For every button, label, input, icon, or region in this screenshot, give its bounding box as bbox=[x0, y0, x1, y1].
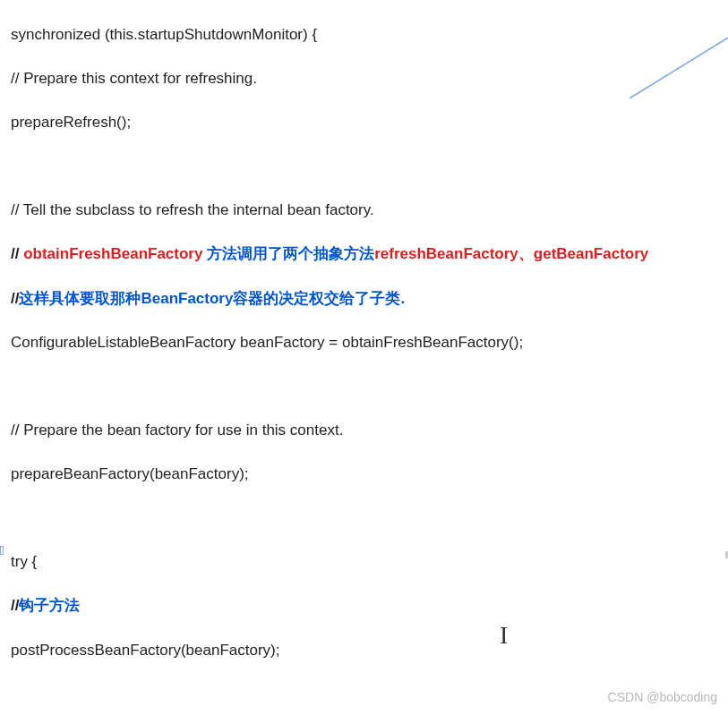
highlight-blue: 方法调用了两个抽象方法 bbox=[207, 245, 374, 262]
code-line: // Tell the subclass to refresh the inte… bbox=[11, 200, 728, 222]
code-line: synchronized (this.startupShutdownMonito… bbox=[11, 24, 728, 47]
code-line: //这样具体要取那种BeanFactory容器的决定权交给了子类. bbox=[11, 288, 728, 311]
code-line: try { bbox=[11, 551, 728, 574]
code-line: //钩子方法 bbox=[11, 595, 728, 617]
blank-line bbox=[11, 507, 728, 529]
code-line: // obtainFreshBeanFactory 方法调用了两个抽象方法ref… bbox=[11, 243, 728, 266]
code-line: prepareRefresh(); bbox=[11, 112, 728, 134]
comment-slash: // bbox=[11, 245, 23, 262]
highlight-blue: 这样具体要取那种BeanFactory容器的决定权交给了子类. bbox=[19, 290, 405, 307]
blank-line bbox=[11, 684, 728, 705]
code-line: // Prepare the bean factory for use in t… bbox=[11, 420, 728, 442]
code-line: // Prepare this context for refreshing. bbox=[11, 68, 728, 90]
highlight-red: obtainFreshBeanFactory bbox=[23, 245, 207, 262]
blank-line bbox=[11, 156, 728, 177]
code-line: ConfigurableListableBeanFactory beanFact… bbox=[11, 332, 728, 354]
code-line: prepareBeanFactory(beanFactory); bbox=[11, 464, 728, 486]
code-block: synchronized (this.startupShutdownMonito… bbox=[11, 2, 728, 715]
code-line: postProcessBeanFactory(beanFactory); bbox=[11, 640, 728, 662]
highlight-red: refreshBeanFactory、getBeanFactory bbox=[374, 245, 648, 262]
edge-marker-left bbox=[0, 546, 4, 555]
highlight-blue: 钩子方法 bbox=[19, 597, 80, 614]
blank-line bbox=[11, 376, 728, 397]
